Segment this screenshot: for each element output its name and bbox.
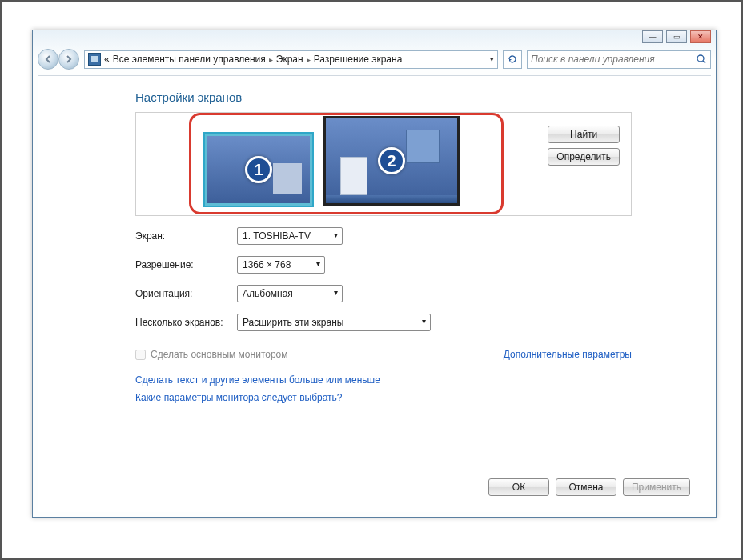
window: — ▭ ✕ « Все элементы панели управления ▸…	[32, 30, 717, 518]
breadcrumb-dropdown-icon[interactable]: ▾	[490, 55, 494, 63]
orientation-row: Ориентация: Альбомная	[135, 285, 711, 302]
multi-displays-label: Несколько экранов:	[135, 317, 237, 328]
make-primary-label: Сделать основным монитором	[151, 349, 288, 360]
forward-button[interactable]	[58, 49, 79, 70]
resolution-dropdown[interactable]: 1366 × 768	[237, 256, 325, 274]
monitor-number-badge: 2	[378, 147, 405, 174]
monitor-1[interactable]: 1	[205, 134, 312, 206]
minimize-button[interactable]: —	[642, 30, 663, 43]
display-row: Экран: 1. TOSHIBA-TV	[135, 227, 711, 245]
text-size-link[interactable]: Сделать текст и другие элементы больше и…	[135, 374, 711, 386]
page-title: Настройки экранов	[135, 90, 711, 104]
monitor-params-link[interactable]: Какие параметры монитора следует выбрать…	[135, 392, 711, 403]
orientation-label: Ориентация:	[135, 288, 237, 299]
refresh-icon	[507, 54, 518, 65]
monitor-taskbar	[326, 195, 457, 203]
breadcrumb-item[interactable]: Все элементы панели управления	[113, 54, 266, 65]
cancel-button[interactable]: Отмена	[556, 478, 616, 496]
orientation-dropdown[interactable]: Альбомная	[237, 285, 343, 302]
search-icon	[696, 54, 707, 65]
arrow-left-icon	[43, 54, 53, 64]
make-primary-row: Сделать основным монитором Дополнительны…	[135, 349, 632, 360]
monitor-decoration	[406, 130, 440, 163]
resolution-row: Разрешение: 1366 × 768	[135, 256, 711, 274]
svg-line-1	[703, 61, 705, 63]
advanced-settings-link[interactable]: Дополнительные параметры	[504, 349, 632, 360]
back-button[interactable]	[38, 49, 58, 70]
refresh-button[interactable]	[503, 50, 522, 69]
chevron-right-icon: ▸	[303, 55, 314, 64]
preview-side-buttons: Найти Определить	[548, 126, 620, 166]
display-preview-area: 1 2 Найти Определить	[135, 112, 632, 216]
content-area: Настройки экранов 1 2 Найти Определить	[38, 75, 711, 512]
ok-button[interactable]: ОК	[488, 478, 549, 496]
nav-history-buttons	[38, 49, 79, 70]
search-input[interactable]	[531, 54, 707, 65]
identify-button[interactable]: Определить	[548, 148, 620, 166]
monitor-2[interactable]: 2	[323, 116, 460, 206]
breadcrumb-item[interactable]: Разрешение экрана	[314, 54, 403, 65]
find-button[interactable]: Найти	[548, 126, 620, 143]
screenshot-frame: — ▭ ✕ « Все элементы панели управления ▸…	[0, 0, 743, 560]
search-box[interactable]	[527, 50, 711, 69]
window-controls: — ▭ ✕	[642, 30, 711, 43]
resolution-label: Разрешение:	[135, 259, 237, 270]
chevron-right-icon: ▸	[266, 55, 276, 64]
display-label: Экран:	[135, 230, 237, 242]
monitor-decoration	[340, 157, 367, 195]
make-primary-checkbox	[135, 350, 146, 360]
multi-displays-dropdown[interactable]: Расширить эти экраны	[237, 314, 431, 331]
close-button[interactable]: ✕	[690, 30, 711, 43]
help-links: Сделать текст и другие элементы больше и…	[135, 374, 711, 403]
footer-buttons: ОК Отмена Применить	[38, 478, 711, 496]
nav-bar: « Все элементы панели управления ▸ Экран…	[38, 48, 711, 70]
breadcrumb-item[interactable]: Экран	[276, 54, 303, 65]
multi-displays-row: Несколько экранов: Расширить эти экраны	[135, 314, 711, 331]
apply-button[interactable]: Применить	[623, 478, 690, 496]
breadcrumb[interactable]: « Все элементы панели управления ▸ Экран…	[84, 50, 498, 69]
monitor-number-badge: 1	[245, 156, 272, 183]
svg-point-0	[697, 55, 704, 62]
control-panel-icon	[88, 53, 101, 66]
arrow-right-icon	[64, 54, 74, 64]
monitor-decoration	[273, 163, 302, 194]
display-dropdown[interactable]: 1. TOSHIBA-TV	[237, 227, 343, 245]
maximize-button[interactable]: ▭	[666, 30, 687, 43]
breadcrumb-prefix: «	[104, 54, 110, 65]
